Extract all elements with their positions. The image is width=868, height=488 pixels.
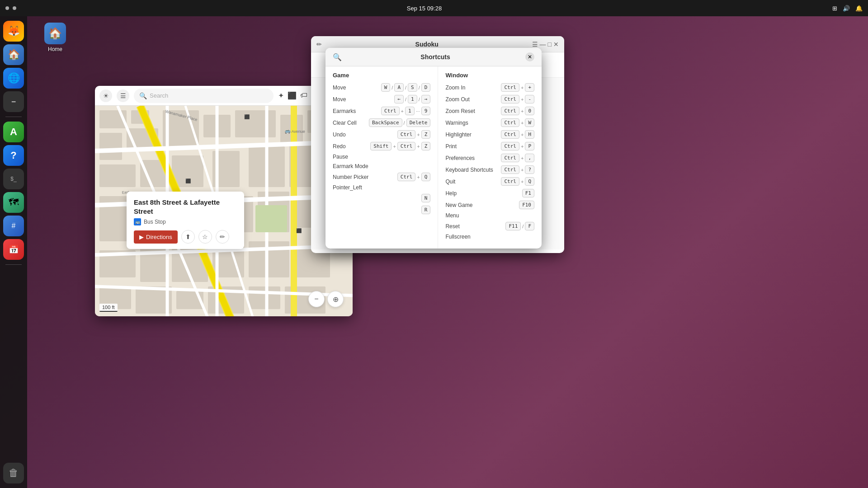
taskbar-right: ⊞ 🔊 🔔 <box>832 5 863 12</box>
sep6: + <box>401 108 404 114</box>
shortcut-row-new-game: New Game F10 <box>445 201 534 209</box>
shortcut-row-pointer: Pointer_Left <box>333 184 430 191</box>
shortcuts-dialog: 🔍 Shortcuts ✕ Game Move W / A / S / D <box>326 48 542 249</box>
shortcut-action-help: Help <box>445 190 481 197</box>
network-icon: ⊞ <box>832 5 837 12</box>
sidebar-item-home[interactable]: 🏠 <box>3 44 24 65</box>
key-ctrl-quit: Ctrl <box>501 177 519 186</box>
sep-warn: + <box>521 120 524 126</box>
shortcut-keys-number-picker: Ctrl + Q <box>397 173 431 181</box>
shortcuts-close-button[interactable]: ✕ <box>525 52 534 61</box>
minimize-icon[interactable]: — <box>540 41 546 48</box>
shortcuts-title: Shortcuts <box>345 53 525 61</box>
map-layers-button[interactable]: ☰ <box>117 89 129 102</box>
sep10: + <box>393 144 396 149</box>
key-s: S <box>408 83 417 92</box>
shortcut-keys-preferences: Ctrl + , <box>501 154 534 162</box>
key-backspace: BackSpace <box>369 118 402 127</box>
shortcut-keys-reset: F11 / F <box>505 222 534 230</box>
taskbar-datetime: Sep 15 09:28 <box>407 5 442 12</box>
shortcut-row-fullscreen: Fullscreen <box>445 234 534 240</box>
sep-zr: + <box>521 108 524 114</box>
shortcut-action-earmarks: Earmarks <box>333 108 369 114</box>
sidebar-item-help[interactable]: ? <box>3 145 24 166</box>
sidebar-item-sudoku[interactable]: # <box>3 216 24 236</box>
game-col-header: Game <box>333 72 430 79</box>
shortcut-row-pause: Pause <box>333 154 430 160</box>
map-copy-icon[interactable]: ⬛ <box>288 91 297 100</box>
shortcut-action-redo: Redo <box>333 143 369 150</box>
map-tag-icon[interactable]: 🏷 <box>300 91 307 100</box>
shortcut-keys-earmarks: Ctrl + 1 ··· 9 <box>381 107 430 115</box>
key-minus: - <box>525 95 534 103</box>
shortcut-row-earmarks: Earmarks Ctrl + 1 ··· 9 <box>333 107 430 115</box>
shortcut-row-keyboard-shortcuts: Keyboard Shortcuts Ctrl + ? <box>445 165 534 174</box>
sidebar-item-maps[interactable]: 🗺 <box>3 192 24 213</box>
shortcut-action-number-picker: Number Picker <box>333 174 369 180</box>
sidebar-bottom: 🗑 <box>3 463 24 483</box>
key-left-arrow: ← <box>394 95 404 103</box>
popup-title: East 8th Street & Lafayette Street <box>134 198 237 216</box>
close-icon[interactable]: ✕ <box>553 41 559 48</box>
desktop-icon-label: Home <box>48 46 62 52</box>
taskbar-indicator2 <box>13 6 16 10</box>
shortcut-row-zoom-in: Zoom In Ctrl + + <box>445 83 534 92</box>
shortcut-action-fullscreen: Fullscreen <box>445 234 481 240</box>
shortcut-action-zoom-out: Zoom Out <box>445 96 481 103</box>
map-back-button[interactable]: ☀ <box>99 89 112 102</box>
shortcut-row-preferences: Preferences Ctrl + , <box>445 154 534 162</box>
shortcut-row-redo: Redo Shift + Ctrl + Z <box>333 142 430 150</box>
sep-quit: + <box>521 179 524 184</box>
bookmark-button[interactable]: ☆ <box>198 230 212 244</box>
sep-pref: + <box>521 155 524 161</box>
window-controls-right: ☰ — □ ✕ <box>532 41 559 48</box>
hamburger-icon[interactable]: ✏ <box>316 41 322 48</box>
key-q-np: Q <box>421 173 431 181</box>
edit-button[interactable]: ✏ <box>216 230 229 244</box>
shortcut-row-quit: Quit Ctrl + Q <box>445 177 534 186</box>
shortcut-keys-help: F1 <box>522 189 534 197</box>
sidebar-item-trash[interactable]: 🗑 <box>3 463 24 483</box>
key-f11: F11 <box>505 222 521 230</box>
sidebar-item-terminal2[interactable]: $_ <box>3 169 24 189</box>
hamburger-menu-icon[interactable]: ☰ <box>532 41 538 48</box>
shortcut-keys-arrows: ← / 1 / → <box>394 95 430 103</box>
svg-text:⬛: ⬛ <box>244 114 250 120</box>
zoom-out-button[interactable]: − <box>308 291 325 307</box>
map-filter-icon[interactable]: ✦ <box>278 91 284 100</box>
desktop-icon-home[interactable]: 🏠 Home <box>37 23 73 52</box>
zoom-in-button[interactable]: ⊕ <box>327 291 344 307</box>
sep-zo: + <box>521 97 524 102</box>
key-r: R <box>421 206 431 214</box>
bus-stop-icon: 🚌 <box>134 218 141 225</box>
sep-ks: + <box>521 167 524 173</box>
game-shortcuts-col: Game Move W / A / S / D Move ← <box>326 66 438 249</box>
volume-icon: 🔊 <box>843 5 850 12</box>
sep8: / <box>404 120 405 126</box>
taskbar-left <box>5 6 16 10</box>
sidebar-item-browser[interactable]: 🌐 <box>3 68 24 89</box>
share-button[interactable]: ⬆ <box>181 230 195 244</box>
sidebar-item-firefox[interactable]: 🦊 <box>3 21 24 42</box>
sidebar-item-terminal[interactable]: ━ <box>3 91 24 112</box>
taskbar-indicator <box>5 6 9 10</box>
maximize-icon[interactable]: □ <box>548 41 552 48</box>
key-f-reset: F <box>525 222 534 230</box>
shortcut-action-zoom-reset: Zoom Reset <box>445 108 481 114</box>
directions-button[interactable]: ▶ Directions <box>134 230 178 244</box>
shortcut-keys-undo: Ctrl + Z <box>397 130 431 139</box>
shortcut-action-new-game: New Game <box>445 202 481 208</box>
key-w: W <box>381 83 391 92</box>
window-col-header: Window <box>445 72 534 79</box>
popup-type: 🚌 Bus Stop <box>134 218 237 225</box>
popup-type-label: Bus Stop <box>144 219 166 225</box>
sidebar-item-calendar[interactable]: 📅 <box>3 239 24 260</box>
shortcut-keys-keyboard-shortcuts: Ctrl + ? <box>501 165 534 174</box>
shortcuts-header: 🔍 Shortcuts ✕ <box>326 48 542 66</box>
key-w-warn: W <box>525 118 534 127</box>
shortcut-action-quit: Quit <box>445 178 481 185</box>
sidebar-item-appstore[interactable]: A <box>3 122 24 142</box>
search-icon-shortcuts: 🔍 <box>333 53 342 61</box>
key-ctrl-zi: Ctrl <box>501 83 519 92</box>
svg-rect-46 <box>255 205 287 232</box>
